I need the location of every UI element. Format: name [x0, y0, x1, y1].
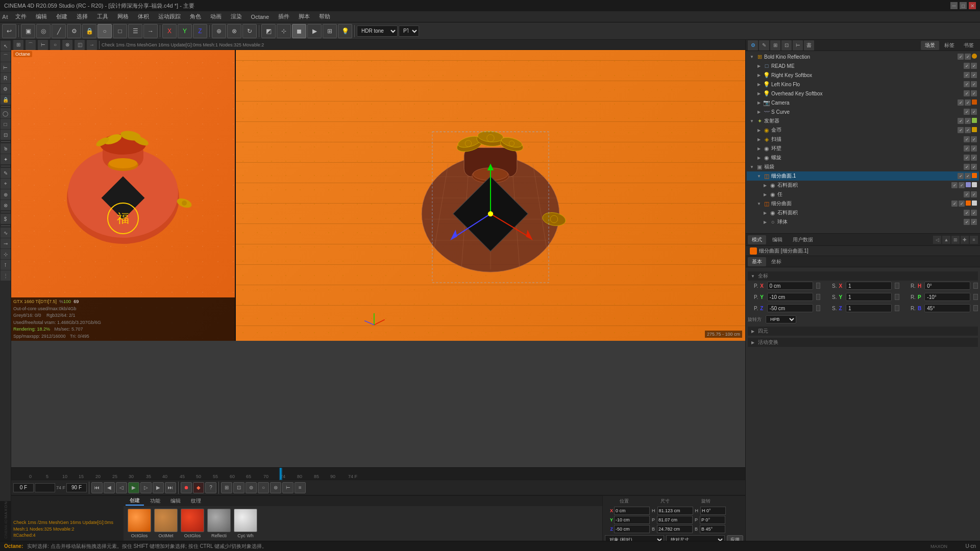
props-nav-1[interactable]: ◁	[933, 236, 941, 244]
left-tool-2[interactable]: ⌒	[1, 52, 11, 62]
v1-em[interactable]: ✓	[958, 118, 964, 124]
play-btn[interactable]: ▶	[128, 482, 139, 493]
v1-ren[interactable]: ✓	[964, 191, 970, 197]
left-tool-6[interactable]: 🔒	[1, 94, 11, 105]
left-tool-18[interactable]: ⋮	[1, 270, 11, 281]
menu-motion[interactable]: 运动跟踪	[154, 12, 185, 21]
rot-p-lock[interactable]	[973, 294, 978, 300]
v2-ren[interactable]: ✓	[971, 191, 977, 197]
mat-tab-texture[interactable]: 纹理	[187, 497, 205, 505]
v1-lk[interactable]: ✓	[964, 81, 970, 87]
pos-x-input[interactable]	[767, 282, 813, 290]
left-tool-shape2[interactable]: □	[1, 119, 11, 129]
bp-x-pos[interactable]	[614, 507, 650, 515]
rot-b-lock[interactable]	[973, 305, 978, 311]
hdr-tone-select[interactable]: HDR tone	[357, 26, 398, 37]
expand-sc[interactable]: ▶	[756, 109, 762, 115]
scale-tool[interactable]: ⊗	[227, 24, 241, 38]
v1-rk[interactable]: ✓	[964, 72, 970, 78]
scene-item-scan[interactable]: ▶ ◈ 扫描 ✓ ✓	[747, 135, 979, 144]
menu-plugins[interactable]: 插件	[274, 12, 293, 21]
scale-z-lock[interactable]	[895, 305, 899, 311]
bp-y-rot[interactable]	[700, 516, 725, 524]
expand-bold-kino[interactable]: ▼	[749, 54, 755, 60]
scene-tab-bookmarks[interactable]: 书签	[960, 41, 978, 50]
motion4-btn[interactable]: ○	[258, 482, 269, 493]
scale-x-lock[interactable]	[895, 283, 899, 289]
expand-coord[interactable]: ▼	[750, 273, 756, 279]
render-btn[interactable]: ▶	[307, 24, 322, 38]
help-anim-btn[interactable]: ?	[205, 482, 216, 493]
bp-y-size[interactable]	[657, 516, 693, 524]
v2-cam[interactable]: ✓	[965, 99, 971, 106]
frame-start-input[interactable]	[13, 483, 34, 492]
next-keyframe-btn[interactable]: ▷	[140, 482, 152, 493]
move-tool[interactable]: ⊕	[212, 24, 226, 38]
v1-hb[interactable]: ✓	[964, 145, 970, 152]
v2-fd[interactable]: ✓	[971, 164, 977, 170]
arrow-mode[interactable]: →	[143, 24, 158, 38]
expand-si[interactable]: ▶	[750, 328, 756, 334]
expand-lx[interactable]: ▶	[756, 155, 762, 161]
rot-h-input[interactable]	[924, 282, 970, 290]
v2-hb[interactable]: ✓	[971, 145, 977, 152]
menu-mesh[interactable]: 网格	[113, 12, 133, 21]
y-axis[interactable]: Y	[178, 24, 192, 38]
mode-btn-mode[interactable]: 模式	[748, 235, 766, 244]
scene-item-subsurf1[interactable]: ▼ ◫ 细分曲面.1 ✓ ✓	[747, 171, 979, 181]
v2-ss1[interactable]: ✓	[965, 173, 971, 179]
v1-lx[interactable]: ✓	[964, 155, 970, 161]
props-nav-2[interactable]: ▲	[942, 236, 950, 244]
v2-sc[interactable]: ✓	[971, 109, 977, 115]
expand-hb[interactable]: ▶	[756, 145, 762, 152]
scene-item-ren[interactable]: ▶ ◉ 任 ✓ ✓	[747, 190, 979, 199]
scale-z-input[interactable]	[846, 304, 892, 312]
left-tool-4[interactable]: R	[1, 73, 11, 83]
left-tool-10[interactable]: ⌖	[1, 179, 11, 189]
mat-swatch-5[interactable]: Cyc Wh	[234, 509, 257, 538]
menu-tools[interactable]: 工具	[93, 12, 112, 21]
v2-rm[interactable]: ✓	[971, 63, 977, 69]
mat-tab-create[interactable]: 创建	[126, 496, 144, 506]
v1-ss2[interactable]: ✓	[951, 201, 958, 207]
vis2[interactable]: ✓	[965, 54, 971, 60]
scene-item-huanbi[interactable]: ▶ ◉ 环壁 ✓ ✓	[747, 144, 979, 153]
left-tool-17[interactable]: ⊺	[1, 260, 11, 270]
menu-character[interactable]: 角色	[186, 12, 205, 21]
sub3[interactable]: ⊢	[38, 40, 48, 50]
maximize-button[interactable]: □	[960, 2, 967, 9]
goto-end-btn[interactable]: ⏭	[165, 482, 176, 493]
expand-jb[interactable]: ▶	[756, 127, 762, 133]
pos-z-input[interactable]	[767, 304, 813, 312]
v1-ss1[interactable]: ✓	[958, 173, 964, 179]
expand-lk[interactable]: ▶	[756, 81, 762, 87]
props-nav-3[interactable]: ⊞	[951, 236, 960, 244]
bp-x-size[interactable]	[657, 507, 693, 515]
left-tool-3[interactable]: ⊢	[1, 62, 11, 72]
expand-ss1[interactable]: ▼	[756, 173, 762, 179]
rot-b-input[interactable]	[924, 304, 970, 312]
left-tool-1[interactable]: ↖	[1, 41, 11, 51]
v2-oh[interactable]: ✓	[971, 90, 977, 96]
scene-item-subsurf2[interactable]: ▼ ◫ 细分曲面 ✓ ✓	[747, 199, 979, 208]
mat-swatch-1[interactable]: OctGlos	[128, 509, 151, 538]
perspective-btn[interactable]: ◩	[261, 24, 276, 38]
expand-fx[interactable]: ▶	[762, 182, 768, 188]
bp-z-rot[interactable]	[700, 525, 725, 533]
expand-read-me[interactable]: ▶	[756, 63, 762, 69]
pos-y-input[interactable]	[767, 293, 813, 301]
hand-mode[interactable]: ☰	[128, 24, 142, 38]
rot-p-input[interactable]	[924, 293, 970, 301]
props-nav-5[interactable]: ≡	[970, 236, 978, 244]
scene-item-camera[interactable]: ▶ 📷 Camera ✓ ✓	[747, 98, 979, 107]
motion1-btn[interactable]: ⊞	[221, 482, 232, 493]
rotate-tool[interactable]: ↻	[242, 24, 257, 38]
pos-z-lock[interactable]	[816, 305, 821, 311]
motion6-btn[interactable]: ⊢	[282, 482, 293, 493]
rp-icon3[interactable]: ⊞	[770, 40, 780, 51]
sub6[interactable]: ◫	[75, 40, 85, 50]
shaded-btn[interactable]: ◼	[292, 24, 306, 38]
expand-rk[interactable]: ▶	[756, 72, 762, 78]
scale-y-input[interactable]	[846, 293, 892, 301]
settings-mode[interactable]: ⚙	[67, 24, 81, 38]
